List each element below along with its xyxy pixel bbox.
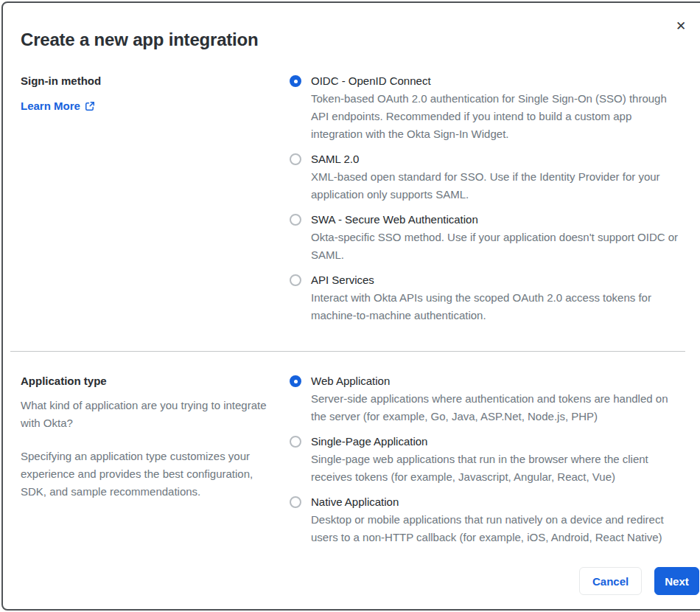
radio-button-icon[interactable] bbox=[290, 153, 301, 165]
learn-more-link[interactable]: Learn More bbox=[21, 97, 95, 115]
radio-option[interactable]: Web Application Server-side applications… bbox=[290, 372, 687, 425]
option-description: Interact with Okta APIs using the scoped… bbox=[311, 289, 679, 324]
application-type-options: Web Application Server-side applications… bbox=[290, 372, 687, 554]
radio-button-icon[interactable] bbox=[290, 496, 301, 508]
application-type-help-text: Specifying an application type customize… bbox=[21, 448, 268, 501]
option-description: XML-based open standard for SSO. Use if … bbox=[311, 168, 679, 204]
radio-option[interactable]: Single-Page Application Single-page web … bbox=[290, 433, 687, 486]
close-icon[interactable]: ✕ bbox=[671, 16, 691, 37]
external-link-icon bbox=[85, 101, 95, 111]
option-label: SWA - Secure Web Authentication bbox=[311, 211, 679, 229]
option-description: Okta-specific SSO method. Use if your ap… bbox=[311, 229, 679, 264]
option-label: Native Application bbox=[311, 493, 679, 511]
dialog-title: Create a new app integration bbox=[21, 29, 694, 50]
learn-more-label: Learn More bbox=[21, 97, 80, 115]
section-divider bbox=[10, 351, 685, 352]
cancel-button[interactable]: Cancel bbox=[579, 567, 642, 595]
radio-button-icon[interactable] bbox=[290, 274, 301, 286]
application-type-question: What kind of application are you trying … bbox=[21, 397, 268, 432]
sign-in-method-section: Sign-in method Learn More OIDC - OpenID … bbox=[3, 72, 700, 332]
radio-button-icon[interactable] bbox=[290, 375, 301, 387]
radio-option[interactable]: SWA - Secure Web Authentication Okta-spe… bbox=[290, 211, 687, 264]
option-label: SAML 2.0 bbox=[311, 150, 679, 168]
option-description: Desktop or mobile applications that run … bbox=[311, 511, 679, 546]
option-label: API Services bbox=[311, 271, 679, 289]
radio-option[interactable]: API Services Interact with Okta APIs usi… bbox=[290, 271, 687, 324]
radio-option[interactable]: Native Application Desktop or mobile app… bbox=[290, 493, 687, 546]
application-type-section: Application type What kind of applicatio… bbox=[3, 372, 700, 554]
option-description: Server-side applications where authentic… bbox=[311, 390, 679, 425]
sign-in-method-options: OIDC - OpenID Connect Token-based OAuth … bbox=[290, 72, 687, 332]
option-label: OIDC - OpenID Connect bbox=[311, 72, 679, 90]
option-description: Single-page web applications that run in… bbox=[311, 451, 679, 486]
radio-option[interactable]: OIDC - OpenID Connect Token-based OAuth … bbox=[290, 72, 687, 143]
option-label: Web Application bbox=[311, 372, 679, 390]
radio-button-icon[interactable] bbox=[290, 214, 301, 226]
create-app-integration-dialog: ✕ Create a new app integration Sign-in m… bbox=[1, 1, 700, 611]
dialog-footer: Cancel Next bbox=[579, 567, 699, 595]
option-description: Token-based OAuth 2.0 authentication for… bbox=[311, 90, 679, 143]
next-button[interactable]: Next bbox=[654, 567, 699, 595]
radio-button-icon[interactable] bbox=[290, 436, 301, 448]
radio-button-icon[interactable] bbox=[290, 75, 301, 87]
radio-option[interactable]: SAML 2.0 XML-based open standard for SSO… bbox=[290, 150, 687, 204]
application-type-label: Application type bbox=[21, 372, 268, 390]
sign-in-method-label: Sign-in method bbox=[21, 72, 268, 90]
option-label: Single-Page Application bbox=[311, 433, 679, 451]
